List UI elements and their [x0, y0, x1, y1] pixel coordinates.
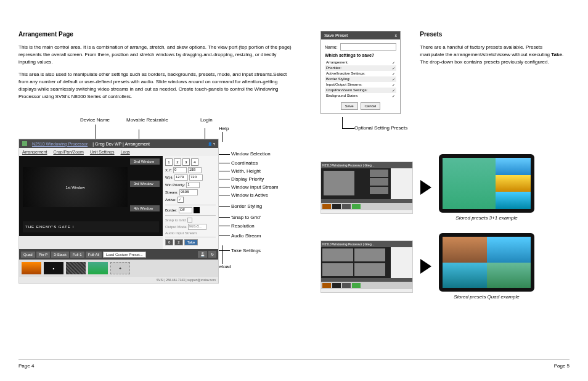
- check-active[interactable]: ✓: [392, 72, 395, 76]
- tab-logs[interactable]: Logs: [121, 150, 130, 154]
- select-border[interactable]: Off: [179, 207, 192, 213]
- win-select-3[interactable]: 3: [182, 158, 190, 166]
- check-bg[interactable]: ✓: [392, 94, 395, 98]
- callout-display-priority: Display Priority: [231, 176, 264, 182]
- para-1: This is the main control area. It is a c…: [18, 44, 293, 66]
- tab-arrangement[interactable]: Arrangement: [22, 150, 47, 154]
- reload-button[interactable]: ↻: [208, 251, 216, 258]
- input-stream[interactable]: 9508: [179, 189, 198, 195]
- example-mini-1: N2510 Windowing Processor | Greg…: [321, 162, 413, 214]
- heading-arrangement: Arrangement Page: [18, 31, 293, 38]
- side-panel: 1 2 3 4 X,Y:0188 W,H:1279720 Win Priorit…: [163, 156, 218, 249]
- save-preset-dialog: Save Presetx Name: Which settings to sav…: [321, 31, 401, 114]
- preset-full1[interactable]: Full-1: [70, 252, 84, 258]
- input-priority[interactable]: 1: [186, 182, 200, 188]
- button-aud-0[interactable]: 0: [165, 239, 173, 245]
- input-y[interactable]: 188: [188, 167, 202, 173]
- button-aud-2[interactable]: 2: [174, 239, 182, 245]
- callout-window-active: Window is Active: [231, 192, 268, 198]
- close-icon[interactable]: x: [395, 33, 398, 38]
- row-io-streams: Input/Output Streams:: [326, 83, 362, 87]
- label-snap: Snap to Grid: [165, 218, 186, 222]
- win-select-2[interactable]: 2: [174, 158, 181, 166]
- border-color-swatch[interactable]: [194, 207, 200, 213]
- callout-movable: Movable Resizable: [126, 117, 168, 123]
- row-arrangement: Arrangement:: [326, 60, 348, 65]
- callout-login: Login: [200, 117, 213, 123]
- heading-presets: Presets: [420, 31, 567, 38]
- preset-3stack[interactable]: 3-Stack: [51, 252, 68, 258]
- check-crop[interactable]: ✓: [392, 88, 395, 92]
- checkbox-active[interactable]: ✓: [178, 197, 184, 203]
- arrow-icon: [420, 259, 431, 274]
- window-2[interactable]: 2nd Window: [130, 158, 160, 165]
- bg-thumb-4[interactable]: [88, 262, 108, 274]
- row-crop: Crop/Pan/Zoom Settings:: [326, 88, 367, 92]
- window-4[interactable]: 4th Window: [130, 205, 160, 211]
- check-priorities[interactable]: ✓: [392, 66, 395, 70]
- row-priorities: Priorities:: [326, 66, 341, 70]
- row-bg-states: Background States:: [326, 94, 358, 98]
- callout-window-selection: Window Selection: [231, 151, 271, 157]
- tab-crop[interactable]: Crop/Pan/Zoom: [53, 150, 83, 154]
- label-priority: Win Priority:: [165, 183, 185, 187]
- dialog-title: Save Preset: [324, 33, 348, 38]
- label-border: Border:: [165, 208, 178, 212]
- bg-thumbnails: ■ +: [19, 260, 218, 277]
- load-custom-dropdown[interactable]: Load Custom Preset...: [103, 252, 146, 258]
- cancel-button[interactable]: Cancel: [361, 102, 381, 110]
- check-io[interactable]: ✓: [392, 83, 395, 87]
- check-border[interactable]: ✓: [392, 77, 395, 81]
- presets-take: Take: [551, 52, 562, 57]
- preset-quad[interactable]: Quad: [21, 252, 35, 258]
- bg-thumb-3[interactable]: [66, 262, 86, 274]
- page-number-left: Page 4: [18, 363, 34, 369]
- button-take[interactable]: Take: [184, 239, 198, 245]
- checkbox-snap[interactable]: [187, 218, 192, 223]
- viewport[interactable]: 2nd Window 1st Window 3rd Window 4th Win…: [19, 156, 163, 236]
- callout-audio-stream: Audio Stream: [231, 233, 261, 239]
- check-arrangement[interactable]: ✓: [392, 60, 395, 65]
- footer-rule: [18, 359, 570, 359]
- row-active: Active/Inactive Settings:: [326, 72, 365, 76]
- example-display-2: [439, 233, 534, 292]
- callout-help: Help: [219, 126, 229, 131]
- app-footer: SVSI | 256.461.7143 | support@svsiav.com: [19, 277, 218, 283]
- arrangement-app: N2510 Windowing Processor | Greg Dev WP …: [18, 139, 219, 284]
- label-wh: W,H:: [165, 176, 173, 179]
- preset-fullall[interactable]: Full-All: [86, 252, 102, 258]
- input-x[interactable]: 0: [173, 167, 187, 173]
- win-select-4[interactable]: 4: [191, 158, 198, 166]
- logo-icon: [22, 141, 27, 146]
- viewport-caption: THE ENEMY'S GATE I: [23, 221, 159, 232]
- input-w[interactable]: 1279: [174, 174, 188, 181]
- page-number-right: Page 5: [554, 363, 570, 369]
- save-preset-button[interactable]: 💾: [198, 251, 207, 258]
- callout-take-settings: Take Settings: [231, 248, 261, 253]
- preset-pinp[interactable]: Pin-P: [36, 252, 51, 258]
- bg-thumb-2[interactable]: ■: [44, 262, 63, 274]
- select-output-mode[interactable]: 960x5...: [188, 224, 206, 230]
- window-3[interactable]: 3rd Window: [130, 181, 160, 187]
- dialog-question: Which settings to save?: [325, 53, 396, 57]
- save-button[interactable]: Save: [341, 102, 358, 110]
- tab-unit-settings[interactable]: Unit Settings: [90, 150, 115, 154]
- settings-list: Arrangement:✓ Priorities:✓ Active/Inacti…: [325, 60, 396, 99]
- input-h[interactable]: 720: [189, 174, 203, 181]
- presets-para: There are a handful of factory presets a…: [420, 44, 567, 66]
- label-output: Output Mode: [165, 225, 187, 229]
- win-select-1[interactable]: 1: [165, 158, 173, 166]
- example-row-2: N2510 Windowing Processor | Greg…: [321, 233, 570, 300]
- titlebar-link[interactable]: N2510 Windowing Processor: [32, 142, 88, 146]
- bg-thumb-add[interactable]: +: [110, 262, 130, 274]
- callout-border-styling: Border Styling: [231, 203, 262, 209]
- window-1[interactable]: 1st Window: [23, 167, 128, 207]
- label-xy: X,Y:: [165, 168, 172, 172]
- callout-resolution: Resolution: [231, 223, 255, 229]
- input-preset-name[interactable]: [340, 43, 396, 51]
- example-row-1: N2510 Windowing Processor | Greg…: [321, 154, 570, 221]
- tabs: Arrangement Crop/Pan/Zoom Unit Settings …: [19, 148, 218, 156]
- example-caption-1: Stored presets 3+1 example: [439, 215, 534, 221]
- bg-thumb-1[interactable]: [22, 262, 41, 274]
- para-2: This area is also used to manipulate oth…: [18, 71, 293, 100]
